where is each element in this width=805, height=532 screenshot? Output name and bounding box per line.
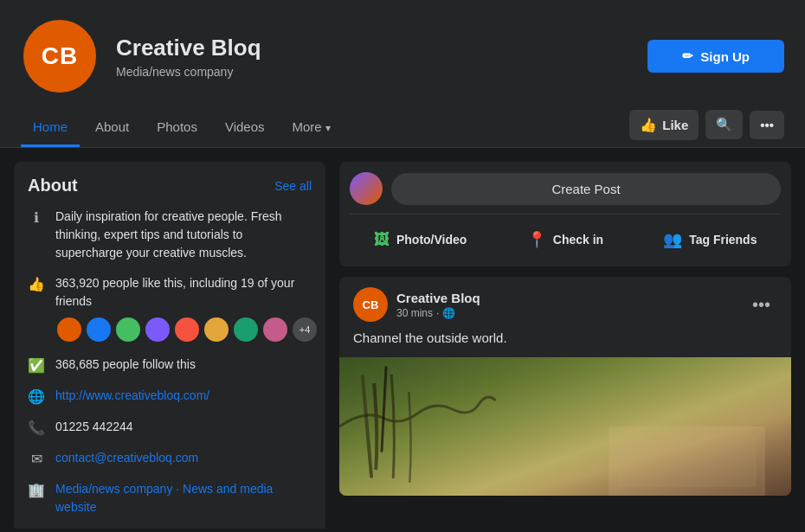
chevron-down-icon — [325, 119, 331, 134]
tag-friends-icon: 👥 — [663, 230, 682, 249]
tab-more[interactable]: More — [280, 109, 343, 147]
phone-icon: 📞 — [28, 420, 45, 437]
website-link[interactable]: http://www.creativebloq.com/ — [55, 387, 209, 405]
pencil-icon: ✏ — [682, 48, 693, 64]
page-header: CB Creative Bloq Media/news company ✏ Si… — [0, 0, 805, 148]
post-card: CB Creative Bloq 30 mins · 🌐 ••• Cha — [339, 277, 791, 496]
post-author-name: Creative Bloq — [396, 291, 480, 305]
tab-about[interactable]: About — [83, 109, 141, 147]
checkmark-icon: ✅ — [28, 357, 45, 375]
info-icon: ℹ — [28, 209, 45, 227]
about-email: ✉ contact@creativebloq.com — [28, 449, 312, 468]
friend-avatar — [232, 316, 260, 343]
sidebar-title-row: About See all — [28, 176, 312, 195]
see-all-link[interactable]: See all — [274, 179, 312, 193]
photo-video-icon: 🖼 — [374, 231, 390, 249]
building-icon: 🏢 — [28, 482, 45, 499]
thumbs-up-icon: 👍 — [640, 117, 657, 133]
create-post-top: Create Post — [350, 172, 781, 205]
friend-avatar — [55, 316, 83, 343]
friends-row: +4 — [55, 316, 319, 343]
nav-tabs: Home About Photos Videos More — [21, 109, 343, 147]
about-description: ℹ Daily inspiration for creative people.… — [28, 208, 312, 262]
about-sidebar: About See all ℹ Daily inspiration for cr… — [14, 162, 325, 529]
about-category: 🏢 Media/news company · News and media we… — [28, 480, 312, 516]
tab-photos[interactable]: Photos — [145, 109, 209, 147]
signup-button[interactable]: ✏ Sign Up — [647, 40, 784, 73]
more-options-button[interactable]: ••• — [750, 111, 784, 139]
user-avatar — [350, 172, 383, 205]
page-info: Creative Bloq Media/news company — [116, 35, 630, 79]
friend-avatar — [173, 316, 201, 343]
friend-avatar — [114, 316, 142, 343]
post-author-details: Creative Bloq 30 mins · 🌐 — [396, 291, 480, 319]
friend-avatar — [144, 316, 171, 343]
friend-avatar — [261, 316, 289, 343]
check-in-button[interactable]: 📍 Check in — [494, 223, 635, 256]
page-logo-text: CB — [42, 42, 78, 70]
about-followers: ✅ 368,685 people follow this — [28, 356, 312, 375]
feed: Create Post 🖼 Photo/Video 📍 Check in 👥 T… — [339, 162, 791, 515]
about-website: 🌐 http://www.creativebloq.com/ — [28, 387, 312, 406]
page-category: Media/news company — [116, 65, 630, 79]
ellipsis-icon: ••• — [752, 295, 770, 314]
svg-rect-1 — [617, 435, 757, 487]
post-author-info: CB Creative Bloq 30 mins · 🌐 — [353, 287, 480, 322]
friend-avatar — [85, 316, 113, 343]
create-post-input[interactable]: Create Post — [391, 173, 781, 205]
about-phone: 📞 01225 442244 — [28, 418, 312, 437]
email-icon: ✉ — [28, 451, 45, 468]
thumbs-up-icon: 👍 — [28, 276, 45, 293]
about-likes: 👍 363,920 people like this, including 19… — [28, 274, 312, 343]
post-meta: 30 mins · 🌐 — [396, 307, 480, 319]
privacy-icon: 🌐 — [442, 307, 455, 319]
photo-video-button[interactable]: 🖼 Photo/Video — [350, 223, 491, 256]
like-button[interactable]: 👍 Like — [629, 110, 699, 140]
create-post-actions: 🖼 Photo/Video 📍 Check in 👥 Tag Friends — [350, 214, 781, 256]
search-icon: 🔍 — [716, 117, 732, 132]
check-in-icon: 📍 — [527, 230, 546, 249]
search-button[interactable]: 🔍 — [705, 110, 743, 139]
painting-svg — [339, 357, 791, 496]
ellipsis-icon: ••• — [760, 118, 774, 132]
friend-avatar-more: +4 — [291, 316, 319, 343]
page-nav: Home About Photos Videos More 👍 Like 🔍 — [21, 109, 784, 147]
page-header-top: CB Creative Bloq Media/news company ✏ Si… — [21, 17, 784, 109]
post-text: Channel the outside world. — [339, 329, 791, 357]
tab-videos[interactable]: Videos — [213, 109, 277, 147]
nav-actions: 👍 Like 🔍 ••• — [629, 110, 784, 147]
category-link[interactable]: Media/news company · News and media webs… — [55, 480, 312, 516]
post-image — [339, 357, 791, 496]
tab-home[interactable]: Home — [21, 109, 80, 147]
page-name: Creative Bloq — [116, 35, 630, 61]
page-logo: CB — [21, 17, 99, 95]
post-header: CB Creative Bloq 30 mins · 🌐 ••• — [339, 277, 791, 329]
friend-avatar — [203, 316, 230, 343]
tag-friends-button[interactable]: 👥 Tag Friends — [640, 223, 781, 256]
email-link[interactable]: contact@creativebloq.com — [55, 449, 198, 467]
create-post-box: Create Post 🖼 Photo/Video 📍 Check in 👥 T… — [339, 162, 791, 266]
post-more-button[interactable]: ••• — [745, 292, 777, 318]
globe-icon: 🌐 — [28, 388, 45, 406]
post-author-logo: CB — [353, 287, 388, 322]
sidebar-title: About — [28, 176, 78, 195]
content-area: About See all ℹ Daily inspiration for cr… — [0, 148, 805, 529]
